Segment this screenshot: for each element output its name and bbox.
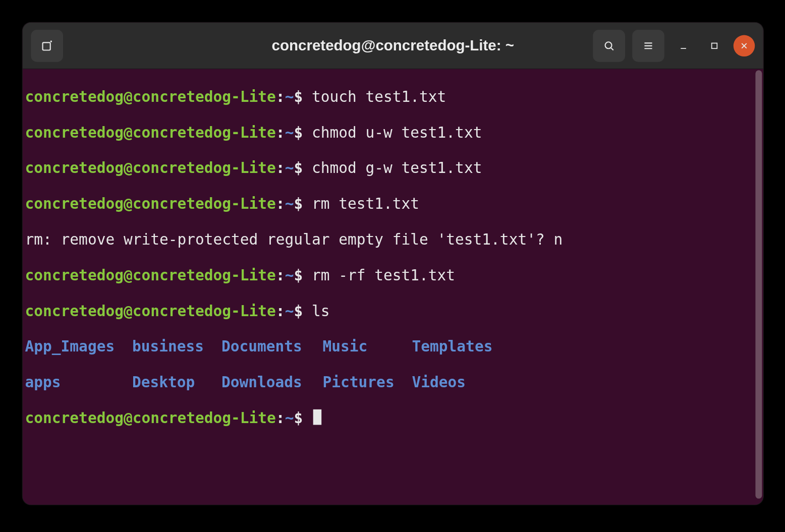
- new-tab-button[interactable]: [31, 29, 63, 62]
- output-text: rm: remove write-protected regular empty…: [25, 231, 563, 249]
- desktop-background: concretedog@concretedog-Lite: ~: [0, 0, 785, 506]
- svg-point-1: [605, 42, 612, 48]
- terminal-window: concretedog@concretedog-Lite: ~: [23, 23, 763, 505]
- search-icon: [602, 39, 615, 52]
- prompt-user: concretedog@concretedog-Lite: [25, 159, 276, 177]
- close-icon: [740, 41, 749, 50]
- directory-name: Downloads: [221, 374, 323, 391]
- directory-name: business: [132, 338, 221, 356]
- prompt-user: concretedog@concretedog-Lite: [25, 124, 276, 141]
- command-text: ls: [312, 302, 330, 320]
- directory-name: Templates: [412, 338, 501, 356]
- command-text: rm -rf test1.txt: [312, 267, 455, 284]
- prompt-sep: :: [276, 88, 285, 106]
- search-button[interactable]: [593, 29, 625, 62]
- maximize-button[interactable]: [702, 29, 726, 62]
- directory-name: apps: [25, 374, 132, 391]
- directory-name: App_Images: [25, 338, 132, 356]
- titlebar[interactable]: concretedog@concretedog-Lite: ~: [23, 23, 763, 69]
- command-text: rm test1.txt: [312, 195, 419, 213]
- new-tab-icon: [40, 39, 53, 52]
- prompt-user: concretedog@concretedog-Lite: [25, 302, 276, 320]
- command-text: chmod u-w test1.txt: [312, 124, 482, 141]
- close-button[interactable]: [734, 35, 755, 56]
- prompt-path: ~: [285, 88, 294, 106]
- directory-name: Desktop: [132, 374, 221, 391]
- minimize-button[interactable]: [671, 29, 695, 62]
- cursor: [313, 409, 321, 425]
- svg-rect-0: [43, 42, 50, 50]
- prompt-user: concretedog@concretedog-Lite: [25, 88, 276, 106]
- terminal-output: concretedog@concretedog-Lite:~$ touch te…: [25, 69, 761, 463]
- hamburger-icon: [642, 39, 655, 52]
- ls-output-row: App_Images business Documents Music Temp…: [25, 338, 761, 356]
- prompt-user: concretedog@concretedog-Lite: [25, 267, 276, 284]
- directory-name: Music: [323, 338, 412, 356]
- menu-button[interactable]: [632, 29, 664, 62]
- ls-output-row: apps Desktop Downloads Pictures Videos: [25, 374, 761, 391]
- directory-name: Pictures: [323, 374, 412, 391]
- terminal-body[interactable]: concretedog@concretedog-Lite:~$ touch te…: [23, 69, 763, 505]
- minimize-icon: [678, 40, 689, 51]
- prompt-user: concretedog@concretedog-Lite: [25, 195, 276, 213]
- directory-name: Documents: [221, 338, 323, 356]
- maximize-icon: [709, 40, 719, 51]
- directory-name: Videos: [412, 374, 501, 391]
- command-text: chmod g-w test1.txt: [312, 159, 482, 177]
- prompt-sigil: $: [294, 88, 303, 106]
- scrollbar[interactable]: [755, 70, 762, 499]
- svg-rect-2: [712, 43, 717, 48]
- prompt-user: concretedog@concretedog-Lite: [25, 409, 276, 427]
- command-text: touch test1.txt: [312, 88, 446, 106]
